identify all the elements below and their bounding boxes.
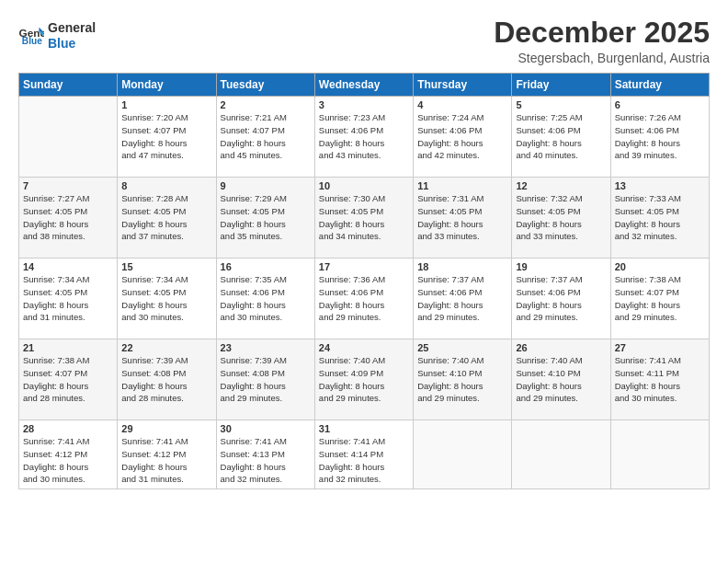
day-number: 20 <box>615 261 705 272</box>
day-info: Sunrise: 7:41 AM Sunset: 4:12 PM Dayligh… <box>23 435 113 486</box>
calendar-week-row: 28Sunrise: 7:41 AM Sunset: 4:12 PM Dayli… <box>19 420 710 489</box>
col-header-tuesday: Tuesday <box>216 74 314 97</box>
calendar-cell: 26Sunrise: 7:40 AM Sunset: 4:10 PM Dayli… <box>512 339 610 420</box>
day-info: Sunrise: 7:28 AM Sunset: 4:05 PM Dayligh… <box>121 192 211 243</box>
col-header-thursday: Thursday <box>414 74 512 97</box>
day-number: 14 <box>23 261 113 272</box>
logo-line1: General <box>48 20 96 36</box>
calendar-cell: 18Sunrise: 7:37 AM Sunset: 4:06 PM Dayli… <box>414 259 512 339</box>
calendar-cell: 22Sunrise: 7:39 AM Sunset: 4:08 PM Dayli… <box>118 339 216 420</box>
day-number: 16 <box>221 261 311 272</box>
day-number: 2 <box>221 99 311 110</box>
logo: General Blue General Blue <box>18 20 96 52</box>
calendar-cell: 14Sunrise: 7:34 AM Sunset: 4:05 PM Dayli… <box>19 259 118 339</box>
calendar-cell: 20Sunrise: 7:38 AM Sunset: 4:07 PM Dayli… <box>610 259 709 339</box>
title-block: December 2025 Stegersbach, Burgenland, A… <box>494 17 710 65</box>
calendar-cell: 8Sunrise: 7:28 AM Sunset: 4:05 PM Daylig… <box>118 178 216 259</box>
day-info: Sunrise: 7:40 AM Sunset: 4:10 PM Dayligh… <box>516 354 606 405</box>
location-subtitle: Stegersbach, Burgenland, Austria <box>494 51 710 65</box>
day-number: 23 <box>221 342 311 353</box>
day-number: 25 <box>417 342 507 353</box>
col-header-friday: Friday <box>512 74 610 97</box>
calendar-cell <box>512 420 610 489</box>
calendar-cell: 29Sunrise: 7:41 AM Sunset: 4:12 PM Dayli… <box>118 420 216 489</box>
calendar-week-row: 1Sunrise: 7:20 AM Sunset: 4:07 PM Daylig… <box>19 97 710 178</box>
day-info: Sunrise: 7:41 AM Sunset: 4:12 PM Dayligh… <box>121 435 211 486</box>
calendar-cell: 2Sunrise: 7:21 AM Sunset: 4:07 PM Daylig… <box>216 97 314 178</box>
calendar-week-row: 7Sunrise: 7:27 AM Sunset: 4:05 PM Daylig… <box>19 178 710 259</box>
calendar-cell: 31Sunrise: 7:41 AM Sunset: 4:14 PM Dayli… <box>314 420 413 489</box>
day-number: 6 <box>615 99 705 110</box>
calendar-cell: 13Sunrise: 7:33 AM Sunset: 4:05 PM Dayli… <box>610 178 709 259</box>
day-info: Sunrise: 7:23 AM Sunset: 4:06 PM Dayligh… <box>319 111 409 162</box>
day-info: Sunrise: 7:31 AM Sunset: 4:05 PM Dayligh… <box>417 192 507 243</box>
day-number: 22 <box>121 342 211 353</box>
day-info: Sunrise: 7:36 AM Sunset: 4:06 PM Dayligh… <box>319 273 409 324</box>
day-info: Sunrise: 7:34 AM Sunset: 4:05 PM Dayligh… <box>121 273 211 324</box>
col-header-monday: Monday <box>118 74 216 97</box>
col-header-wednesday: Wednesday <box>314 74 413 97</box>
day-info: Sunrise: 7:34 AM Sunset: 4:05 PM Dayligh… <box>23 273 113 324</box>
day-info: Sunrise: 7:24 AM Sunset: 4:06 PM Dayligh… <box>417 111 507 162</box>
svg-text:Blue: Blue <box>22 36 42 46</box>
logo-line2: Blue <box>48 36 96 52</box>
calendar-cell: 7Sunrise: 7:27 AM Sunset: 4:05 PM Daylig… <box>19 178 118 259</box>
day-number: 24 <box>319 342 409 353</box>
calendar-cell: 15Sunrise: 7:34 AM Sunset: 4:05 PM Dayli… <box>118 259 216 339</box>
day-number: 10 <box>319 180 409 191</box>
calendar-table: SundayMondayTuesdayWednesdayThursdayFrid… <box>18 73 710 489</box>
calendar-cell <box>414 420 512 489</box>
day-info: Sunrise: 7:41 AM Sunset: 4:13 PM Dayligh… <box>221 435 311 486</box>
day-number: 28 <box>23 423 113 434</box>
day-info: Sunrise: 7:41 AM Sunset: 4:11 PM Dayligh… <box>615 354 705 405</box>
day-info: Sunrise: 7:25 AM Sunset: 4:06 PM Dayligh… <box>516 111 606 162</box>
day-info: Sunrise: 7:41 AM Sunset: 4:14 PM Dayligh… <box>319 435 409 486</box>
day-info: Sunrise: 7:21 AM Sunset: 4:07 PM Dayligh… <box>221 111 311 162</box>
day-info: Sunrise: 7:38 AM Sunset: 4:07 PM Dayligh… <box>23 354 113 405</box>
calendar-cell: 24Sunrise: 7:40 AM Sunset: 4:09 PM Dayli… <box>314 339 413 420</box>
calendar-cell: 4Sunrise: 7:24 AM Sunset: 4:06 PM Daylig… <box>414 97 512 178</box>
calendar-cell: 23Sunrise: 7:39 AM Sunset: 4:08 PM Dayli… <box>216 339 314 420</box>
calendar-cell: 21Sunrise: 7:38 AM Sunset: 4:07 PM Dayli… <box>19 339 118 420</box>
calendar-cell: 10Sunrise: 7:30 AM Sunset: 4:05 PM Dayli… <box>314 178 413 259</box>
day-info: Sunrise: 7:32 AM Sunset: 4:05 PM Dayligh… <box>516 192 606 243</box>
day-info: Sunrise: 7:37 AM Sunset: 4:06 PM Dayligh… <box>516 273 606 324</box>
calendar-cell: 9Sunrise: 7:29 AM Sunset: 4:05 PM Daylig… <box>216 178 314 259</box>
calendar-cell <box>610 420 709 489</box>
day-number: 31 <box>319 423 409 434</box>
day-info: Sunrise: 7:29 AM Sunset: 4:05 PM Dayligh… <box>221 192 311 243</box>
day-info: Sunrise: 7:33 AM Sunset: 4:05 PM Dayligh… <box>615 192 705 243</box>
day-number: 19 <box>516 261 606 272</box>
calendar-cell <box>19 97 118 178</box>
day-number: 12 <box>516 180 606 191</box>
month-title: December 2025 <box>494 17 710 49</box>
calendar-cell: 17Sunrise: 7:36 AM Sunset: 4:06 PM Dayli… <box>314 259 413 339</box>
day-number: 27 <box>615 342 705 353</box>
day-number: 8 <box>121 180 211 191</box>
calendar-cell: 28Sunrise: 7:41 AM Sunset: 4:12 PM Dayli… <box>19 420 118 489</box>
day-number: 5 <box>516 99 606 110</box>
day-info: Sunrise: 7:40 AM Sunset: 4:10 PM Dayligh… <box>417 354 507 405</box>
calendar-cell: 5Sunrise: 7:25 AM Sunset: 4:06 PM Daylig… <box>512 97 610 178</box>
day-number: 26 <box>516 342 606 353</box>
calendar-cell: 11Sunrise: 7:31 AM Sunset: 4:05 PM Dayli… <box>414 178 512 259</box>
calendar-cell: 19Sunrise: 7:37 AM Sunset: 4:06 PM Dayli… <box>512 259 610 339</box>
day-number: 11 <box>417 180 507 191</box>
day-number: 18 <box>417 261 507 272</box>
calendar-cell: 27Sunrise: 7:41 AM Sunset: 4:11 PM Dayli… <box>610 339 709 420</box>
day-info: Sunrise: 7:20 AM Sunset: 4:07 PM Dayligh… <box>121 111 211 162</box>
col-header-sunday: Sunday <box>19 74 118 97</box>
day-info: Sunrise: 7:30 AM Sunset: 4:05 PM Dayligh… <box>319 192 409 243</box>
calendar-cell: 25Sunrise: 7:40 AM Sunset: 4:10 PM Dayli… <box>414 339 512 420</box>
calendar-page: General Blue General Blue December 2025 … <box>0 0 728 563</box>
day-info: Sunrise: 7:39 AM Sunset: 4:08 PM Dayligh… <box>121 354 211 405</box>
day-info: Sunrise: 7:40 AM Sunset: 4:09 PM Dayligh… <box>319 354 409 405</box>
day-number: 13 <box>615 180 705 191</box>
day-number: 21 <box>23 342 113 353</box>
calendar-cell: 30Sunrise: 7:41 AM Sunset: 4:13 PM Dayli… <box>216 420 314 489</box>
day-number: 17 <box>319 261 409 272</box>
page-header: General Blue General Blue December 2025 … <box>18 17 710 65</box>
calendar-cell: 12Sunrise: 7:32 AM Sunset: 4:05 PM Dayli… <box>512 178 610 259</box>
calendar-header-row: SundayMondayTuesdayWednesdayThursdayFrid… <box>19 74 710 97</box>
calendar-cell: 1Sunrise: 7:20 AM Sunset: 4:07 PM Daylig… <box>118 97 216 178</box>
